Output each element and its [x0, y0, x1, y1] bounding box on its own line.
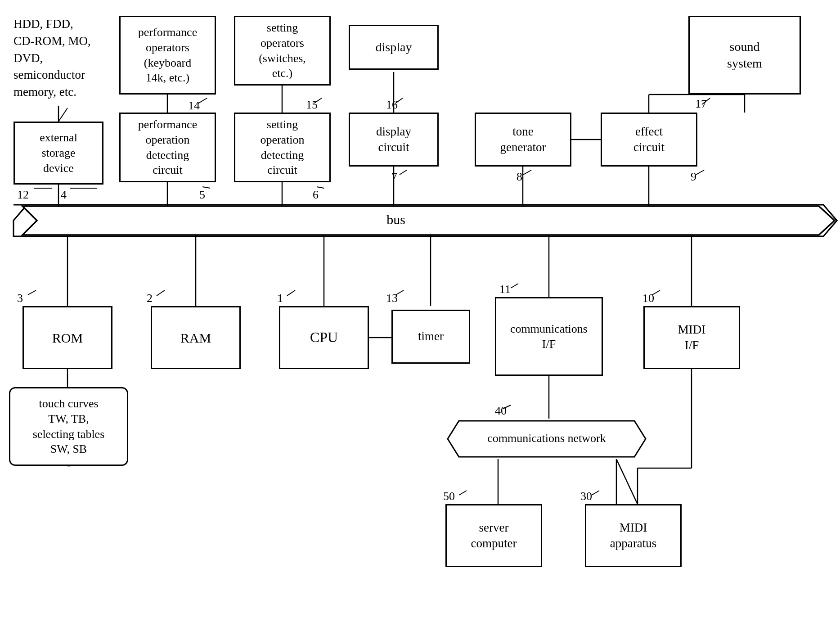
rom-box: ROM: [22, 306, 112, 369]
svg-line-44: [523, 170, 531, 175]
hdd-label: HDD, FDD,CD-ROM, MO,DVD,semiconductormem…: [13, 16, 110, 101]
setting-detection-box: settingoperationdetectingcircuit: [234, 113, 331, 182]
label-6: 6: [313, 188, 319, 202]
cpu-box: CPU: [279, 306, 369, 369]
svg-text:communications network: communications network: [487, 432, 606, 445]
label-15: 15: [306, 98, 318, 112]
label-4: 4: [61, 188, 67, 202]
label-12: 12: [17, 188, 29, 202]
ram-box: RAM: [151, 306, 241, 369]
diagram: bus: [0, 0, 840, 627]
midi-apparatus-box: MIDIapparatus: [585, 504, 682, 567]
label-8: 8: [517, 170, 522, 184]
comm-if-box: communicationsI/F: [495, 297, 603, 376]
label-7: 7: [391, 170, 397, 184]
performance-operators-box: performanceoperators(keyboard14k, etc.): [119, 16, 216, 95]
svg-line-43: [400, 170, 407, 175]
label-5: 5: [199, 188, 205, 202]
svg-line-47: [157, 290, 165, 296]
label-14: 14: [188, 99, 200, 113]
label-3: 3: [17, 292, 23, 305]
label-11: 11: [499, 283, 511, 296]
svg-line-48: [287, 290, 295, 296]
svg-line-6: [58, 108, 67, 122]
timer-box: timer: [391, 310, 470, 364]
svg-marker-2: [22, 206, 835, 235]
svg-line-50: [511, 284, 518, 288]
label-10: 10: [642, 292, 654, 305]
label-17: 17: [695, 97, 707, 111]
display-circuit-box: displaycircuit: [349, 113, 439, 167]
midi-if-box: MIDII/F: [643, 306, 740, 369]
tone-generator-box: tonegenerator: [475, 113, 571, 167]
svg-line-53: [459, 491, 467, 495]
label-2: 2: [147, 292, 153, 305]
label-16: 16: [386, 98, 398, 112]
label-30: 30: [580, 490, 592, 503]
svg-text:bus: bus: [386, 212, 405, 227]
label-13: 13: [386, 292, 398, 305]
label-9: 9: [691, 170, 696, 184]
svg-line-54: [592, 491, 599, 495]
server-computer-box: servercomputer: [445, 504, 542, 567]
comm-network-box: communications network: [445, 419, 648, 459]
setting-operators-box: settingoperators(switches,etc.): [234, 16, 331, 86]
svg-line-45: [696, 170, 704, 175]
sound-system-box: soundsystem: [688, 16, 801, 95]
effect-circuit-box: effectcircuit: [601, 113, 697, 167]
display-box: display: [349, 25, 439, 70]
svg-line-30: [616, 459, 638, 504]
performance-detection-box: performanceoperationdetectingcircuit: [119, 113, 216, 182]
svg-line-46: [28, 290, 36, 295]
external-storage-box: externalstoragedevice: [13, 122, 103, 185]
label-1: 1: [277, 292, 283, 305]
label-50: 50: [443, 490, 455, 503]
label-40: 40: [495, 404, 507, 418]
touch-curves-box: touch curvesTW, TB,selecting tablesSW, S…: [9, 387, 128, 466]
